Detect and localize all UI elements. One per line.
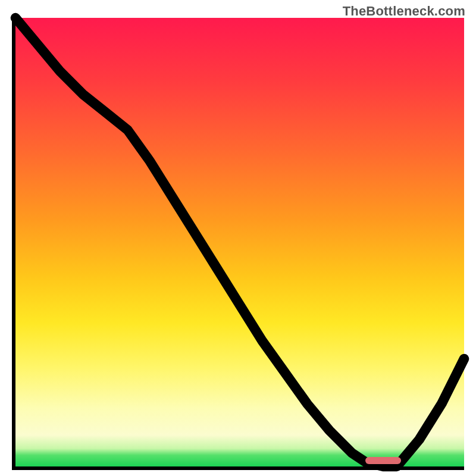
watermark-text: TheBottleneck.com	[343, 4, 465, 19]
bottleneck-curve-path	[15, 18, 464, 466]
chart-root: TheBottleneck.com	[0, 0, 476, 476]
plot-frame	[12, 18, 464, 470]
optimal-range-marker	[365, 457, 401, 464]
curve-layer	[15, 18, 464, 466]
